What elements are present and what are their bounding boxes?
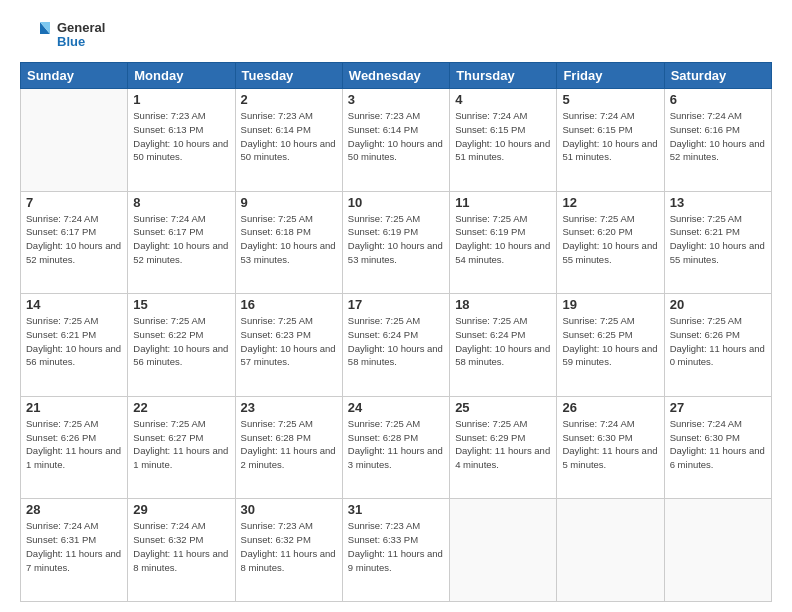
calendar-week-row: 14 Sunrise: 7:25 AM Sunset: 6:21 PM Dayl… <box>21 294 772 397</box>
day-info: Sunrise: 7:25 AM Sunset: 6:18 PM Dayligh… <box>241 212 337 267</box>
day-number: 19 <box>562 297 658 312</box>
day-number: 15 <box>133 297 229 312</box>
sunset-label: Sunset: 6:17 PM <box>26 226 96 237</box>
sunset-label: Sunset: 6:33 PM <box>348 534 418 545</box>
sunrise-label: Sunrise: 7:24 AM <box>562 110 634 121</box>
sunrise-label: Sunrise: 7:25 AM <box>455 213 527 224</box>
calendar-cell: 8 Sunrise: 7:24 AM Sunset: 6:17 PM Dayli… <box>128 191 235 294</box>
day-number: 9 <box>241 195 337 210</box>
daylight-label: Daylight: 10 hours and 56 minutes. <box>133 343 228 368</box>
day-info: Sunrise: 7:25 AM Sunset: 6:25 PM Dayligh… <box>562 314 658 369</box>
day-number: 28 <box>26 502 122 517</box>
day-info: Sunrise: 7:23 AM Sunset: 6:33 PM Dayligh… <box>348 519 444 574</box>
sunrise-label: Sunrise: 7:23 AM <box>241 110 313 121</box>
daylight-label: Daylight: 11 hours and 7 minutes. <box>26 548 121 573</box>
day-number: 24 <box>348 400 444 415</box>
daylight-label: Daylight: 11 hours and 1 minute. <box>26 445 121 470</box>
daylight-label: Daylight: 11 hours and 8 minutes. <box>133 548 228 573</box>
day-number: 30 <box>241 502 337 517</box>
sunrise-label: Sunrise: 7:24 AM <box>670 418 742 429</box>
day-info: Sunrise: 7:25 AM Sunset: 6:23 PM Dayligh… <box>241 314 337 369</box>
daylight-label: Daylight: 11 hours and 5 minutes. <box>562 445 657 470</box>
calendar-cell: 1 Sunrise: 7:23 AM Sunset: 6:13 PM Dayli… <box>128 89 235 192</box>
daylight-label: Daylight: 10 hours and 58 minutes. <box>455 343 550 368</box>
logo: General Blue <box>20 18 105 52</box>
sunset-label: Sunset: 6:28 PM <box>241 432 311 443</box>
sunset-label: Sunset: 6:23 PM <box>241 329 311 340</box>
sunset-label: Sunset: 6:30 PM <box>562 432 632 443</box>
sunrise-label: Sunrise: 7:24 AM <box>455 110 527 121</box>
calendar-cell: 21 Sunrise: 7:25 AM Sunset: 6:26 PM Dayl… <box>21 396 128 499</box>
calendar-cell: 27 Sunrise: 7:24 AM Sunset: 6:30 PM Dayl… <box>664 396 771 499</box>
daylight-label: Daylight: 11 hours and 3 minutes. <box>348 445 443 470</box>
sunrise-label: Sunrise: 7:24 AM <box>133 520 205 531</box>
sunrise-label: Sunrise: 7:23 AM <box>348 110 420 121</box>
calendar-cell: 5 Sunrise: 7:24 AM Sunset: 6:15 PM Dayli… <box>557 89 664 192</box>
daylight-label: Daylight: 10 hours and 55 minutes. <box>562 240 657 265</box>
calendar-cell <box>664 499 771 602</box>
day-info: Sunrise: 7:25 AM Sunset: 6:26 PM Dayligh… <box>26 417 122 472</box>
sunrise-label: Sunrise: 7:25 AM <box>348 418 420 429</box>
sunset-label: Sunset: 6:17 PM <box>133 226 203 237</box>
sunrise-label: Sunrise: 7:25 AM <box>562 315 634 326</box>
calendar-week-row: 1 Sunrise: 7:23 AM Sunset: 6:13 PM Dayli… <box>21 89 772 192</box>
sunset-label: Sunset: 6:19 PM <box>348 226 418 237</box>
daylight-label: Daylight: 10 hours and 53 minutes. <box>348 240 443 265</box>
daylight-label: Daylight: 10 hours and 56 minutes. <box>26 343 121 368</box>
calendar-cell: 12 Sunrise: 7:25 AM Sunset: 6:20 PM Dayl… <box>557 191 664 294</box>
col-tuesday: Tuesday <box>235 63 342 89</box>
sunrise-label: Sunrise: 7:25 AM <box>133 315 205 326</box>
calendar-week-row: 7 Sunrise: 7:24 AM Sunset: 6:17 PM Dayli… <box>21 191 772 294</box>
sunrise-label: Sunrise: 7:25 AM <box>26 315 98 326</box>
calendar-cell: 15 Sunrise: 7:25 AM Sunset: 6:22 PM Dayl… <box>128 294 235 397</box>
day-number: 5 <box>562 92 658 107</box>
daylight-label: Daylight: 10 hours and 50 minutes. <box>348 138 443 163</box>
calendar-cell: 20 Sunrise: 7:25 AM Sunset: 6:26 PM Dayl… <box>664 294 771 397</box>
sunset-label: Sunset: 6:15 PM <box>455 124 525 135</box>
sunrise-label: Sunrise: 7:25 AM <box>133 418 205 429</box>
day-number: 21 <box>26 400 122 415</box>
daylight-label: Daylight: 11 hours and 6 minutes. <box>670 445 765 470</box>
sunset-label: Sunset: 6:15 PM <box>562 124 632 135</box>
calendar-cell: 2 Sunrise: 7:23 AM Sunset: 6:14 PM Dayli… <box>235 89 342 192</box>
day-number: 18 <box>455 297 551 312</box>
day-info: Sunrise: 7:25 AM Sunset: 6:24 PM Dayligh… <box>455 314 551 369</box>
logo-general-text: General <box>57 21 105 35</box>
calendar-cell: 3 Sunrise: 7:23 AM Sunset: 6:14 PM Dayli… <box>342 89 449 192</box>
day-info: Sunrise: 7:24 AM Sunset: 6:15 PM Dayligh… <box>455 109 551 164</box>
day-info: Sunrise: 7:24 AM Sunset: 6:16 PM Dayligh… <box>670 109 766 164</box>
sunrise-label: Sunrise: 7:25 AM <box>670 213 742 224</box>
day-number: 10 <box>348 195 444 210</box>
day-number: 7 <box>26 195 122 210</box>
calendar-cell <box>21 89 128 192</box>
sunset-label: Sunset: 6:21 PM <box>670 226 740 237</box>
header: General Blue <box>20 18 772 52</box>
col-thursday: Thursday <box>450 63 557 89</box>
calendar-cell: 18 Sunrise: 7:25 AM Sunset: 6:24 PM Dayl… <box>450 294 557 397</box>
sunset-label: Sunset: 6:13 PM <box>133 124 203 135</box>
calendar-cell: 24 Sunrise: 7:25 AM Sunset: 6:28 PM Dayl… <box>342 396 449 499</box>
calendar-cell: 22 Sunrise: 7:25 AM Sunset: 6:27 PM Dayl… <box>128 396 235 499</box>
day-number: 20 <box>670 297 766 312</box>
daylight-label: Daylight: 10 hours and 51 minutes. <box>562 138 657 163</box>
daylight-label: Daylight: 11 hours and 4 minutes. <box>455 445 550 470</box>
daylight-label: Daylight: 11 hours and 8 minutes. <box>241 548 336 573</box>
sunrise-label: Sunrise: 7:25 AM <box>455 418 527 429</box>
sunset-label: Sunset: 6:28 PM <box>348 432 418 443</box>
col-wednesday: Wednesday <box>342 63 449 89</box>
day-number: 4 <box>455 92 551 107</box>
sunset-label: Sunset: 6:19 PM <box>455 226 525 237</box>
sunrise-label: Sunrise: 7:24 AM <box>133 213 205 224</box>
day-number: 23 <box>241 400 337 415</box>
day-info: Sunrise: 7:24 AM Sunset: 6:30 PM Dayligh… <box>562 417 658 472</box>
sunrise-label: Sunrise: 7:23 AM <box>241 520 313 531</box>
calendar-cell: 11 Sunrise: 7:25 AM Sunset: 6:19 PM Dayl… <box>450 191 557 294</box>
day-info: Sunrise: 7:25 AM Sunset: 6:28 PM Dayligh… <box>348 417 444 472</box>
daylight-label: Daylight: 11 hours and 1 minute. <box>133 445 228 470</box>
calendar-cell: 17 Sunrise: 7:25 AM Sunset: 6:24 PM Dayl… <box>342 294 449 397</box>
calendar-cell: 10 Sunrise: 7:25 AM Sunset: 6:19 PM Dayl… <box>342 191 449 294</box>
sunset-label: Sunset: 6:24 PM <box>455 329 525 340</box>
calendar-cell: 4 Sunrise: 7:24 AM Sunset: 6:15 PM Dayli… <box>450 89 557 192</box>
calendar-cell: 9 Sunrise: 7:25 AM Sunset: 6:18 PM Dayli… <box>235 191 342 294</box>
calendar-cell: 13 Sunrise: 7:25 AM Sunset: 6:21 PM Dayl… <box>664 191 771 294</box>
